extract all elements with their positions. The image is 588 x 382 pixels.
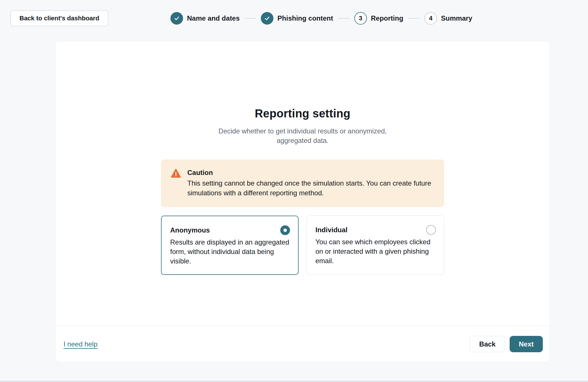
caution-title: Caution [187, 168, 434, 177]
card-body: Reporting setting Decide whether to get … [55, 41, 550, 326]
option-card-individual[interactable]: Individual You can see which employees c… [307, 216, 444, 275]
wizard-card: Reporting setting Decide whether to get … [55, 41, 550, 362]
step-connector [245, 18, 256, 19]
bottom-edge-divider [0, 381, 588, 382]
step-label: Phishing content [277, 14, 333, 22]
option-head: Anonymous [170, 225, 290, 235]
card-footer: I need help Back Next [55, 326, 550, 362]
step-connector [408, 18, 419, 19]
caution-alert: Caution This setting cannot be changed o… [161, 160, 444, 207]
option-card-anonymous[interactable]: Anonymous Results are displayed in an ag… [161, 216, 299, 275]
option-description: Results are displayed in an aggregated f… [170, 237, 290, 266]
stepper-step-name-and-dates[interactable]: Name and dates [170, 12, 240, 25]
caution-body: This setting cannot be changed once the … [187, 178, 434, 198]
check-icon [264, 15, 270, 21]
stepper-step-reporting[interactable]: 3 Reporting [354, 12, 403, 25]
step-number-circle: 4 [424, 12, 437, 25]
step-label: Reporting [371, 14, 403, 22]
wizard-stepper: Name and dates Phishing content 3 Report… [170, 10, 472, 26]
option-title: Anonymous [170, 225, 210, 235]
option-head: Individual [315, 225, 436, 235]
option-description: You can see which employees clicked on o… [315, 237, 436, 265]
reporting-options: Anonymous Results are displayed in an ag… [161, 216, 444, 275]
stepper-step-summary[interactable]: 4 Summary [424, 12, 472, 25]
footer-actions: Back Next [470, 336, 543, 352]
step-done-circle [261, 12, 273, 25]
stepper-step-phishing-content[interactable]: Phishing content [261, 12, 333, 25]
next-button[interactable]: Next [510, 336, 543, 352]
caution-text-block: Caution This setting cannot be changed o… [187, 168, 434, 198]
step-label: Name and dates [187, 14, 240, 22]
back-to-dashboard-button[interactable]: Back to client's dashboard [10, 10, 108, 26]
radio-unselected-icon[interactable] [426, 225, 436, 235]
step-label: Summary [441, 14, 472, 22]
option-title: Individual [315, 225, 347, 235]
step-number-circle: 3 [354, 12, 367, 25]
radio-selected-icon[interactable] [280, 225, 290, 235]
step-done-circle [170, 12, 183, 25]
page-title: Reporting setting [161, 107, 444, 120]
step-connector [338, 18, 349, 19]
back-button[interactable]: Back [470, 336, 505, 352]
check-icon [174, 15, 180, 21]
page-subtitle: Decide whether to get individual results… [210, 126, 396, 145]
content-column: Reporting setting Decide whether to get … [161, 107, 444, 275]
help-link[interactable]: I need help [63, 340, 98, 348]
warning-icon [170, 168, 182, 179]
